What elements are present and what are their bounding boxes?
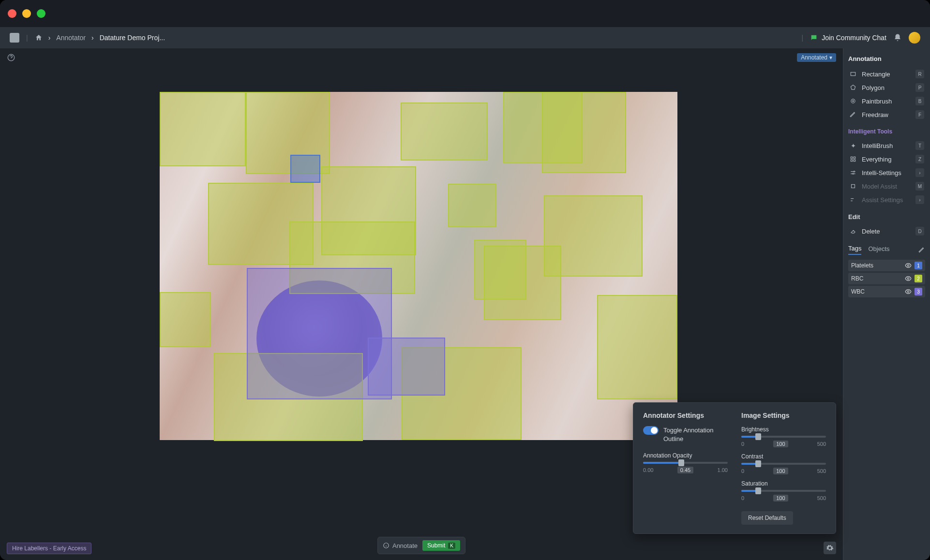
tab-objects[interactable]: Objects — [868, 245, 889, 254]
tag-name: WBC — [851, 288, 865, 295]
slider-thumb[interactable] — [755, 460, 761, 467]
annotation-box[interactable] — [474, 240, 526, 300]
tool-label: Everything — [862, 156, 891, 163]
slider-thumb[interactable] — [755, 487, 761, 494]
contrast-min: 0 — [741, 468, 744, 474]
saturation-slider[interactable] — [741, 490, 826, 492]
tags-list: Platelets1RBC2WBC3 — [848, 260, 925, 297]
tool-label: Polygon — [862, 84, 885, 91]
tag-row[interactable]: Platelets1 — [848, 260, 925, 271]
settings-gear-button[interactable] — [824, 542, 836, 554]
annotation-box[interactable] — [368, 338, 445, 396]
avatar[interactable] — [909, 32, 920, 44]
chevron-down-icon: ▾ — [829, 54, 832, 61]
svg-rect-8 — [854, 160, 855, 162]
tool-model-assist[interactable]: Model Assist M — [848, 179, 925, 193]
community-chat-link[interactable]: Join Community Chat — [810, 34, 886, 42]
contrast-label: Contrast — [741, 453, 826, 460]
brightness-min: 0 — [741, 441, 744, 447]
svg-point-12 — [907, 265, 909, 266]
svg-point-10 — [853, 173, 854, 174]
notifications-icon[interactable] — [893, 33, 902, 42]
slider-thumb[interactable] — [678, 459, 684, 466]
saturation-value: 100 — [773, 495, 788, 501]
tool-label: Freedraw — [862, 111, 888, 118]
opacity-max: 1.00 — [718, 467, 728, 473]
reset-defaults-button[interactable]: Reset Defaults — [741, 511, 793, 525]
polygon-icon — [849, 84, 857, 91]
tool-intelli-settings[interactable]: Intelli-Settings › — [848, 166, 925, 179]
tag-number: 1 — [915, 262, 922, 269]
tag-row[interactable]: WBC3 — [848, 286, 925, 297]
logo-icon[interactable] — [10, 33, 19, 43]
eye-icon[interactable] — [905, 288, 912, 295]
toggle-annotation-outline[interactable] — [643, 426, 659, 435]
breadcrumb-project[interactable]: Datature Demo Proj... — [100, 34, 165, 42]
saturation-label: Saturation — [741, 480, 826, 487]
hire-labellers-button[interactable]: Hire Labellers - Early Access — [7, 543, 91, 554]
edit-tags-icon[interactable] — [918, 247, 925, 253]
saturation-max: 500 — [817, 495, 826, 501]
tool-shortcut: R — [915, 70, 924, 78]
svg-point-4 — [853, 101, 854, 102]
slider-thumb[interactable] — [755, 433, 761, 440]
tool-polygon[interactable]: Polygon P — [848, 81, 925, 94]
eye-icon[interactable] — [905, 262, 912, 269]
annotation-box[interactable] — [160, 292, 211, 347]
main-content: Annotated ▾ Annotator Settings Toggle An… — [0, 48, 930, 560]
sliders-icon — [849, 196, 857, 204]
opacity-slider[interactable] — [643, 462, 728, 464]
close-window-button[interactable] — [8, 9, 16, 18]
annotation-box[interactable] — [401, 103, 488, 161]
svg-point-9 — [854, 171, 855, 172]
right-panel: Annotation Rectangle R Polygon P Paintbr… — [843, 48, 930, 560]
tool-shortcut: P — [915, 83, 924, 92]
freedraw-icon — [849, 111, 857, 118]
help-icon[interactable] — [7, 53, 15, 62]
contrast-slider[interactable] — [741, 463, 826, 465]
tool-rectangle[interactable]: Rectangle R — [848, 67, 925, 81]
annotator-settings-col: Annotator Settings Toggle Annotation Out… — [643, 412, 728, 525]
tool-paintbrush[interactable]: Paintbrush B — [848, 94, 925, 108]
eye-icon[interactable] — [905, 275, 912, 282]
contrast-max: 500 — [817, 468, 826, 474]
chevron-right-icon: › — [91, 34, 94, 42]
community-chat-label: Join Community Chat — [822, 34, 886, 42]
toggle-outline-label: Toggle Annotation Outline — [663, 426, 728, 443]
tool-assist-settings[interactable]: Assist Settings › — [848, 193, 925, 206]
separator: | — [26, 34, 28, 42]
breadcrumb-annotator[interactable]: Annotator — [56, 34, 86, 42]
annotation-box[interactable] — [448, 184, 496, 227]
annotation-box[interactable] — [290, 155, 320, 183]
tab-tags[interactable]: Tags — [848, 245, 861, 255]
tool-freedraw[interactable]: Freedraw F — [848, 108, 925, 121]
svg-rect-2 — [851, 73, 855, 76]
submit-button[interactable]: Submit K — [422, 540, 460, 551]
home-icon[interactable] — [35, 34, 43, 42]
maximize-window-button[interactable] — [37, 9, 45, 18]
annotation-box[interactable] — [160, 92, 246, 166]
status-filter-dropdown[interactable]: Annotated ▾ — [797, 53, 836, 62]
tool-label: IntelliBrush — [862, 142, 893, 149]
submit-shortcut: K — [448, 543, 455, 549]
contrast-value: 100 — [773, 468, 788, 474]
opacity-slider-group: Annotation Opacity 0.00 0.45 1.00 — [643, 452, 728, 473]
tool-shortcut: F — [915, 110, 924, 119]
tool-label: Delete — [862, 228, 880, 235]
eraser-icon — [849, 227, 857, 235]
tag-name: Platelets — [851, 262, 873, 269]
image-canvas[interactable] — [160, 92, 677, 440]
minimize-window-button[interactable] — [22, 9, 31, 18]
breadcrumb: › Annotator › Datature Demo Proj... — [35, 34, 165, 42]
annotation-box[interactable] — [597, 295, 677, 399]
tool-intellibrush[interactable]: ✦ IntelliBrush T — [848, 139, 925, 152]
tool-delete[interactable]: Delete D — [848, 224, 925, 238]
tag-row[interactable]: RBC2 — [848, 273, 925, 284]
opacity-min: 0.00 — [643, 467, 653, 473]
chevron-right-icon: › — [915, 195, 924, 204]
brightness-slider[interactable] — [741, 436, 826, 438]
annotation-box[interactable] — [542, 92, 626, 173]
tool-shortcut: D — [915, 227, 924, 236]
tool-shortcut: B — [915, 97, 924, 105]
tool-everything[interactable]: Everything Z — [848, 152, 925, 166]
